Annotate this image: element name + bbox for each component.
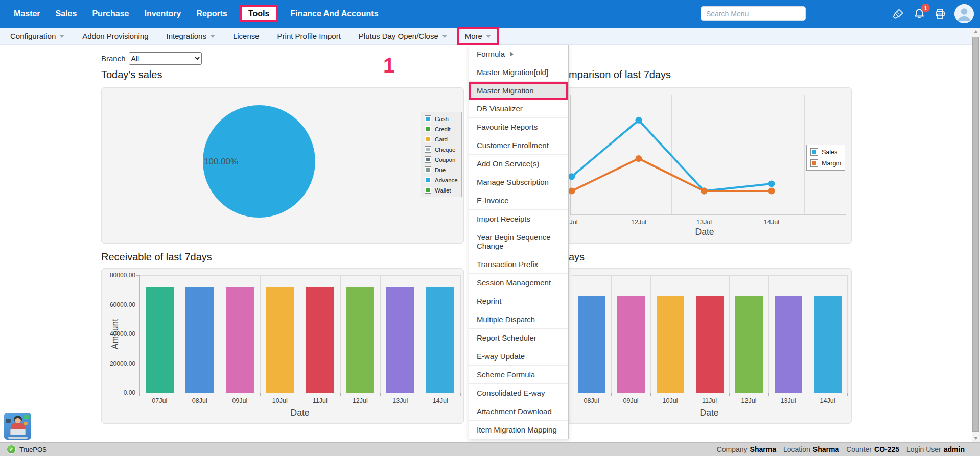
bar-11jul[interactable] xyxy=(306,287,334,393)
nav-item-master[interactable]: Master xyxy=(14,9,40,18)
dropdown-item-scheme-formula[interactable]: Scheme Formula xyxy=(469,366,568,384)
bar-14jul[interactable] xyxy=(426,287,454,393)
support-chat-widget[interactable] xyxy=(4,413,31,440)
menu-item-configuration[interactable]: Configuration xyxy=(10,32,64,40)
top-nav: MasterSalesPurchaseInventoryReportsTools… xyxy=(0,0,980,28)
gridline xyxy=(768,275,769,393)
bar-10jul[interactable] xyxy=(657,296,684,393)
axis-tick xyxy=(572,393,572,396)
bar-08jul[interactable] xyxy=(185,287,214,393)
menu-item-plutus-day-open-close[interactable]: Plutus Day Open/Close xyxy=(359,32,447,40)
legend-swatch xyxy=(425,146,431,153)
status-field-company: CompanySharma xyxy=(717,445,776,453)
dropdown-item-e-invoice[interactable]: E-Invoice xyxy=(469,191,568,210)
axis-tick xyxy=(847,393,848,396)
legend-item-credit: Credit xyxy=(425,126,458,132)
dropdown-item-favourite-reports[interactable]: Favourite Reports xyxy=(469,118,568,136)
bar-09jul[interactable] xyxy=(226,287,254,393)
nav-item-purchase[interactable]: Purchase xyxy=(92,9,129,18)
nav-item-inventory[interactable]: Inventory xyxy=(144,9,181,18)
nav-item-tools[interactable]: Tools xyxy=(240,5,278,22)
dropdown-item-e-way-update[interactable]: E-way Update xyxy=(469,347,568,366)
gridline xyxy=(340,275,341,393)
dropdown-item-add-on-service-s[interactable]: Add On Service(s) xyxy=(469,155,568,173)
search-input[interactable] xyxy=(701,6,806,21)
bar-14jul[interactable] xyxy=(814,296,842,393)
legend-label: Cash xyxy=(435,116,449,122)
dropdown-item-formula[interactable]: Formula xyxy=(469,45,568,63)
submenu-arrow-icon xyxy=(510,52,514,57)
x-axis-title: Date xyxy=(291,407,310,418)
menu-item-more[interactable]: More xyxy=(465,32,491,40)
status-field-value: CO-225 xyxy=(874,445,899,453)
x-axis-title: Date xyxy=(700,407,719,418)
right-bar-chart-title-fragment: ays xyxy=(569,251,585,263)
menu-item-integrations[interactable]: Integrations xyxy=(167,32,215,40)
dropdown-item-attachment-download[interactable]: Attachment Download xyxy=(469,402,568,421)
bar-10jul[interactable] xyxy=(266,287,294,393)
menu-item-print-profile-import[interactable]: Print Profile Import xyxy=(277,32,341,40)
axis-tick xyxy=(650,393,651,396)
bar-09jul[interactable] xyxy=(617,296,645,393)
gridline xyxy=(572,275,572,393)
x-tick-label: 11Jul xyxy=(702,397,717,404)
axis-tick xyxy=(136,364,139,364)
menu-item-label: Plutus Day Open/Close xyxy=(359,32,438,40)
data-point-margin xyxy=(569,188,575,195)
scroll-up-arrow-icon[interactable] xyxy=(972,28,980,36)
legend-label: Sales xyxy=(822,149,837,156)
paintbrush-icon[interactable] xyxy=(892,7,905,20)
bar-08jul[interactable] xyxy=(578,296,605,393)
y-tick-label: 60000.00 xyxy=(102,301,135,308)
menu-item-addon-provisioning[interactable]: Addon Provisioning xyxy=(82,32,148,40)
bar-07jul[interactable] xyxy=(146,287,174,393)
menu-item-license[interactable]: License xyxy=(233,32,260,40)
bar-11jul[interactable] xyxy=(696,296,724,393)
x-tick-label: 14Jul xyxy=(820,397,835,404)
dropdown-item-report-scheduler[interactable]: Report Scheduler xyxy=(469,329,568,347)
dropdown-item-label: Attachment Download xyxy=(477,407,552,416)
scrollbar-thumb[interactable] xyxy=(972,37,979,432)
dropdown-item-master-migration[interactable]: Master Migration xyxy=(469,82,568,100)
vertical-scrollbar[interactable] xyxy=(972,28,980,442)
y-axis-title: Amount xyxy=(110,319,121,349)
dropdown-item-year-begin-sequence-change[interactable]: Year Begin Sequence Change xyxy=(469,228,568,255)
x-tick-label: 10Jul xyxy=(663,397,678,404)
dropdown-item-consolidated-e-way[interactable]: Consolidated E-way xyxy=(469,384,568,402)
gridline xyxy=(460,275,461,393)
dropdown-item-session-management[interactable]: Session Management xyxy=(469,274,568,292)
bar-12jul[interactable] xyxy=(346,287,374,393)
dropdown-item-transaction-prefix[interactable]: Transaction Prefix xyxy=(469,255,568,274)
dropdown-item-db-visualizer[interactable]: DB Visualizer xyxy=(469,100,568,118)
dropdown-item-item-migration-mapping[interactable]: Item Migration Mapping xyxy=(469,421,568,439)
nav-item-finance-and-accounts[interactable]: Finance And Accounts xyxy=(290,9,378,18)
status-field-login-user: Login Useradmin xyxy=(906,445,965,453)
printer-icon[interactable] xyxy=(934,7,947,20)
bell-icon[interactable]: 1 xyxy=(913,7,926,20)
axis-tick xyxy=(300,393,300,396)
dropdown-item-import-receipts[interactable]: Import Receipts xyxy=(469,210,568,228)
bar-13jul[interactable] xyxy=(775,296,802,393)
avatar[interactable] xyxy=(954,4,974,23)
legend-swatch xyxy=(425,156,431,163)
bar-12jul[interactable] xyxy=(735,296,763,393)
x-tick-label: 07Jul xyxy=(152,397,167,404)
x-tick-label: 14Jul xyxy=(433,397,448,404)
dropdown-item-master-migration-old[interactable]: Master Migration[old] xyxy=(469,63,568,82)
legend-label: Cheque xyxy=(435,147,455,153)
axis-tick xyxy=(139,393,140,396)
dropdown-item-reprint[interactable]: Reprint xyxy=(469,292,568,310)
legend-label: Card xyxy=(435,136,448,142)
dropdown-item-multiple-dispatch[interactable]: Multiple Dispatch xyxy=(469,310,568,329)
data-point-margin xyxy=(701,188,708,195)
scroll-down-arrow-icon[interactable] xyxy=(972,434,980,442)
x-tick-label: 12Jul xyxy=(741,397,757,404)
dropdown-item-customer-enrollment[interactable]: Customer Enrollment xyxy=(469,136,568,155)
nav-item-sales[interactable]: Sales xyxy=(56,9,77,18)
bar-13jul[interactable] xyxy=(386,287,414,393)
gridline xyxy=(220,275,220,393)
branch-label: Branch xyxy=(101,54,126,63)
branch-select[interactable]: All xyxy=(129,52,202,65)
dropdown-item-manage-subscription[interactable]: Manage Subscription xyxy=(469,173,568,191)
nav-item-reports[interactable]: Reports xyxy=(196,9,227,18)
